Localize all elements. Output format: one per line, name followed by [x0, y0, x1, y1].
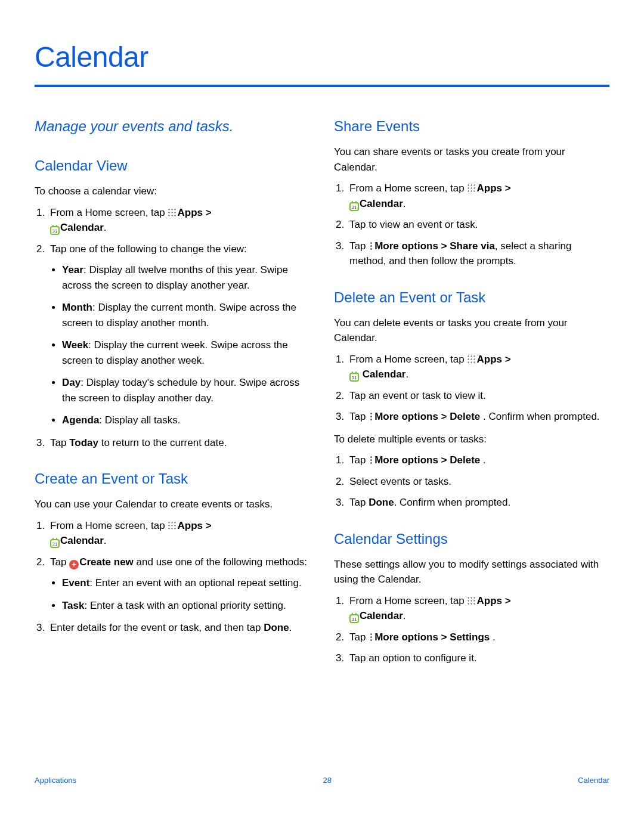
text: To delete multiple events or tasks: — [334, 432, 609, 447]
apps-grid-icon — [168, 521, 176, 529]
apps-grid-icon — [467, 355, 475, 363]
steps: From a Home screen, tap Apps > 31Calenda… — [334, 181, 609, 269]
heading-delete: Delete an Event or Task — [334, 287, 609, 308]
step: From a Home screen, tap Apps > 31Calenda… — [347, 593, 609, 624]
heading-settings: Calendar Settings — [334, 528, 609, 550]
footer-left: Applications — [35, 775, 76, 786]
step: Tap More options > Delete . Confirm when… — [347, 409, 609, 425]
bullet: Month: Display the current month. Swipe … — [62, 300, 310, 330]
steps: From a Home screen, tap Apps > 31Calenda… — [334, 593, 609, 666]
heading-share: Share Events — [334, 116, 609, 137]
apps-grid-icon — [467, 596, 475, 605]
step: From a Home screen, tap Apps > 31Calenda… — [48, 518, 310, 549]
step: Tap Done. Confirm when prompted. — [347, 495, 609, 510]
heading-create: Create an Event or Task — [35, 468, 310, 490]
text: These settings allow you to modify setti… — [334, 557, 609, 587]
step: Tap More options > Settings . — [347, 630, 609, 645]
plus-icon: + — [69, 560, 79, 569]
steps: From a Home screen, tap Apps > 31Calenda… — [35, 205, 310, 451]
bullet: Event: Enter an event with an optional r… — [62, 575, 310, 591]
apps-grid-icon — [168, 208, 176, 216]
steps: From a Home screen, tap Apps > 31 Calend… — [334, 352, 609, 425]
steps: From a Home screen, tap Apps > 31Calenda… — [35, 518, 310, 636]
text: You can use your Calendar to create even… — [35, 497, 310, 512]
text: You can share events or tasks you create… — [334, 144, 609, 175]
bullet-list: Event: Enter an event with an optional r… — [50, 575, 310, 613]
more-options-icon — [369, 456, 373, 465]
title-rule — [35, 85, 609, 87]
bullet-list: Year: Display all twelve months of this … — [50, 262, 310, 428]
footer-right: Calendar — [578, 775, 609, 786]
step: Select events or tasks. — [347, 474, 609, 490]
step: Tap More options > Share via, select a s… — [347, 239, 609, 269]
right-column: Share Events You can share events or tas… — [334, 116, 609, 673]
more-options-icon — [369, 242, 373, 250]
bullet: Agenda: Display all tasks. — [62, 413, 310, 428]
calendar-icon: 31 — [349, 373, 359, 382]
step: Tap an event or task to view it. — [347, 388, 609, 404]
left-column: Manage your events and tasks. Calendar V… — [35, 116, 310, 673]
bullet: Day: Display today's schedule by hour. S… — [62, 375, 310, 405]
step: Enter details for the event or task, and… — [48, 620, 310, 636]
text: To choose a calendar view: — [35, 184, 310, 199]
heading-calendar-view: Calendar View — [35, 155, 310, 176]
step: From a Home screen, tap Apps > 31 Calend… — [347, 352, 609, 382]
text: You can delete events or tasks you creat… — [334, 315, 609, 346]
footer-page-number: 28 — [323, 775, 331, 786]
footer: Applications 28 Calendar — [35, 775, 609, 786]
calendar-icon: 31 — [349, 202, 359, 211]
step: Tap an option to configure it. — [347, 651, 609, 666]
steps: Tap More options > Delete . Select event… — [334, 453, 609, 510]
calendar-icon: 31 — [50, 539, 60, 548]
step: Tap +Create new and use one of the follo… — [48, 555, 310, 614]
step: Tap to view an event or task. — [347, 217, 609, 233]
two-column-layout: Manage your events and tasks. Calendar V… — [35, 116, 609, 673]
more-options-icon — [369, 413, 373, 421]
bullet: Week: Display the current week. Swipe ac… — [62, 337, 310, 368]
calendar-icon: 31 — [349, 614, 359, 623]
step: Tap one of the following to change the v… — [48, 241, 310, 428]
page-subtitle: Manage your events and tasks. — [35, 116, 310, 137]
calendar-icon: 31 — [50, 226, 60, 235]
step: Tap Today to return to the current date. — [48, 435, 310, 451]
page-title: Calendar — [35, 36, 609, 79]
step: From a Home screen, tap Apps > 31Calenda… — [48, 205, 310, 236]
more-options-icon — [369, 633, 373, 642]
step: Tap More options > Delete . — [347, 453, 609, 468]
page: Calendar Manage your events and tasks. C… — [0, 0, 644, 799]
bullet: Task: Enter a task with an optional prio… — [62, 598, 310, 614]
apps-grid-icon — [467, 184, 475, 192]
bullet: Year: Display all twelve months of this … — [62, 262, 310, 293]
step: From a Home screen, tap Apps > 31Calenda… — [347, 181, 609, 211]
